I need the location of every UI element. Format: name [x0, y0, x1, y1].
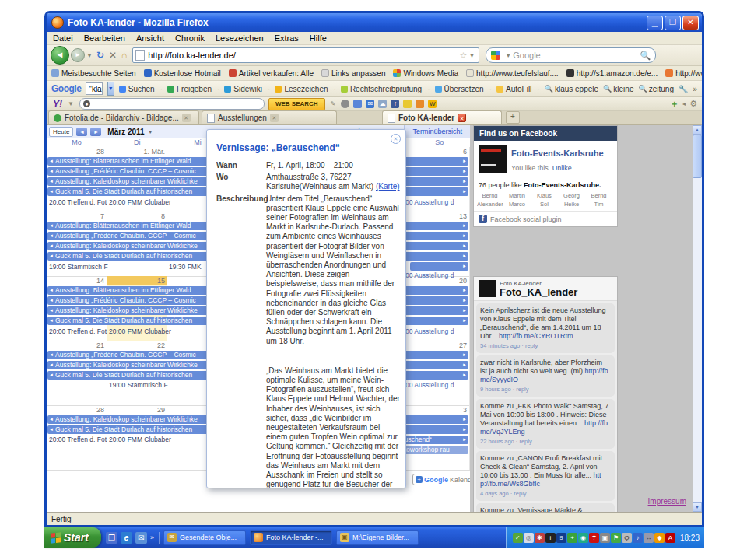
- date-cell[interactable]: 14: [48, 277, 104, 285]
- tray-quicktime-icon[interactable]: Q: [622, 533, 632, 543]
- prev-month-button[interactable]: ◄: [76, 128, 87, 136]
- tray-usb-icon[interactable]: ↔: [644, 533, 654, 543]
- google-query-dropdown-icon[interactable]: ▼: [107, 82, 114, 96]
- yahoo-logo[interactable]: Y!: [53, 99, 62, 110]
- google-lesezeichen-button[interactable]: Lesezeichen: [275, 85, 336, 93]
- timed-event[interactable]: 19:00 Stammtisch F: [49, 263, 108, 271]
- google-spellcheck-button[interactable]: Rechtschreibprüfung: [341, 85, 430, 93]
- friend[interactable]: Alexander: [477, 201, 503, 208]
- scroll-up-icon[interactable]: ▲: [693, 125, 702, 135]
- search-bar[interactable]: ▼ Google 🔍: [486, 47, 656, 63]
- google-autofill-button[interactable]: AutoFill: [496, 85, 540, 93]
- weather-icon[interactable]: ☁: [378, 100, 387, 108]
- tray-orange-icon[interactable]: ◆: [654, 533, 665, 543]
- tray-avira-icon[interactable]: ☂: [589, 533, 599, 543]
- date-cell[interactable]: 7: [48, 212, 104, 220]
- google-search-icon[interactable]: [491, 51, 500, 60]
- maximize-button[interactable]: ❐: [665, 16, 681, 30]
- yahoo-pencil-icon[interactable]: ✎: [331, 100, 336, 107]
- menu-bearbeiten[interactable]: Bearbeiten: [84, 33, 125, 43]
- friend[interactable]: Klaus: [531, 192, 557, 199]
- search-placeholder[interactable]: Google: [513, 51, 640, 60]
- menu-lesezeichen[interactable]: Lesezeichen: [216, 33, 264, 43]
- bookmark-item[interactable]: Kostenlose Hotmail: [144, 69, 221, 78]
- yahoo-dropdown-icon[interactable]: ▼: [68, 100, 74, 107]
- timed-event[interactable]: 20:00 Treffen d. Fot: [49, 436, 107, 443]
- highlight-word-button[interactable]: 🔍klaus eppele: [545, 85, 598, 93]
- close-button[interactable]: ✕: [682, 16, 699, 30]
- yahoo-messenger-icon[interactable]: [341, 100, 349, 108]
- bookmark-item[interactable]: http://www.filzfabrik-ful...: [665, 69, 702, 78]
- friend[interactable]: Sol: [531, 201, 557, 208]
- tab-fotolia[interactable]: Fotolia.de - Bildarchiv - Bildage... ✕: [48, 110, 199, 124]
- menu-chronik[interactable]: Chronik: [175, 33, 205, 43]
- address-bar[interactable]: http://foto.ka-lender.de/ ☆ ▼: [132, 47, 479, 63]
- twitter-account-link[interactable]: Foto_KA_lender: [500, 287, 577, 297]
- tweet-meta[interactable]: 9 hours ago · reply: [480, 385, 611, 394]
- view-tab-terminuebersicht[interactable]: Terminübersicht: [404, 125, 470, 138]
- url-text[interactable]: http://foto.ka-lender.de/: [148, 51, 459, 60]
- tray-skype-icon[interactable]: ◎: [524, 533, 534, 543]
- facebook-app-icon[interactable]: f: [391, 100, 399, 108]
- bookmark-item[interactable]: Meistbesuchte Seiten: [51, 69, 136, 78]
- start-button[interactable]: Start: [44, 527, 101, 548]
- facebook-page-avatar[interactable]: [479, 145, 507, 173]
- tray-grey-icon[interactable]: ▣: [600, 533, 610, 543]
- timed-event[interactable]: 20:00 FMM Clubaber: [109, 327, 171, 335]
- timed-event-clipped[interactable]: 00 Ausstellung d: [405, 198, 469, 206]
- menu-hilfe[interactable]: Hilfe: [310, 33, 327, 43]
- tweet-meta[interactable]: 22 hours ago · reply: [480, 437, 611, 446]
- tweet-meta[interactable]: 4 days ago · reply: [480, 489, 611, 498]
- tray-volume-icon[interactable]: ♪: [633, 533, 643, 543]
- scroll-down-icon[interactable]: ▼: [693, 502, 702, 512]
- tab-close-icon[interactable]: ✕: [270, 114, 279, 122]
- new-tab-button[interactable]: +: [506, 111, 520, 124]
- reload-icon[interactable]: ↻: [96, 50, 104, 61]
- wiki-icon[interactable]: W: [428, 100, 437, 108]
- date-cell[interactable]: 20: [411, 277, 467, 285]
- friend[interactable]: Martin: [504, 192, 530, 199]
- date-cell[interactable]: 1. Mär.: [109, 148, 165, 156]
- notes-icon[interactable]: [403, 100, 412, 108]
- friend[interactable]: Bernd: [477, 192, 503, 199]
- web-search-button[interactable]: WEB SEARCH: [268, 98, 325, 110]
- tray-ati-icon[interactable]: A: [665, 533, 675, 543]
- timed-event-clipped[interactable]: 00 Ausstellung d: [405, 381, 469, 389]
- google-toolbar-search-input[interactable]: "klaus eppel: [86, 82, 102, 95]
- highlight-word-button[interactable]: 🔍kleine: [603, 85, 633, 93]
- calendar-event-banner-clipped[interactable]: otoworkshop rau: [398, 446, 468, 454]
- calendar-event-banner-clipped[interactable]: auschend“►: [398, 436, 468, 444]
- bookmark-item[interactable]: http://www.teufelslauf....: [466, 69, 559, 78]
- friend[interactable]: Tim: [586, 201, 612, 208]
- bookmark-item[interactable]: Windows Media: [393, 69, 458, 78]
- menu-extras[interactable]: Extras: [275, 33, 299, 43]
- toolbar-gear-icon[interactable]: ⚙: [689, 99, 697, 109]
- tab-close-icon[interactable]: ✕: [182, 114, 191, 122]
- map-link[interactable]: (Karte): [376, 182, 400, 191]
- yahoo-search-input[interactable]: ●: [79, 98, 265, 110]
- timed-event-clipped[interactable]: 00 Ausstellung d: [405, 327, 469, 335]
- quick-launch-desktop-icon[interactable]: ❐: [106, 532, 117, 544]
- timed-event[interactable]: 20:00 FMM Clubaber: [109, 198, 171, 206]
- highlight-word-button[interactable]: 🔍zeitung: [638, 85, 673, 93]
- tray-swirl-icon[interactable]: ◉: [578, 533, 588, 543]
- google-suchen-button[interactable]: Suchen: [119, 85, 163, 93]
- title-bar[interactable]: Foto KA-lender - Mozilla Firefox ▁ ❐ ✕: [47, 13, 702, 32]
- url-dropdown-icon[interactable]: ▼: [468, 52, 475, 59]
- taskbar-clock[interactable]: 18:23: [680, 534, 700, 542]
- bookmark-item[interactable]: Artikel verkaufen: Alle: [229, 69, 314, 78]
- toolbar-settings-wrench-icon[interactable]: 🔧: [679, 85, 688, 93]
- collapse-toolbar-icon[interactable]: ◂: [682, 100, 686, 107]
- news-icon[interactable]: [416, 100, 424, 108]
- calendar-event-banner[interactable]: ►: [410, 262, 468, 271]
- timed-event[interactable]: 19:30 FMK: [169, 263, 202, 271]
- page-scrollbar[interactable]: ▲ ▼: [693, 125, 702, 512]
- tweet-meta[interactable]: 54 minutes ago · reply: [480, 341, 611, 350]
- google-sidewiki-button[interactable]: Sidewiki: [224, 85, 270, 93]
- history-dropdown-icon[interactable]: ▼: [86, 52, 93, 59]
- impressum-link[interactable]: Impressum: [648, 497, 686, 506]
- next-month-button[interactable]: ►: [90, 128, 101, 136]
- menu-datei[interactable]: Datei: [53, 33, 73, 43]
- timed-event[interactable]: 19:00 Stammtisch F: [109, 381, 168, 389]
- friend[interactable]: Marco: [504, 201, 530, 208]
